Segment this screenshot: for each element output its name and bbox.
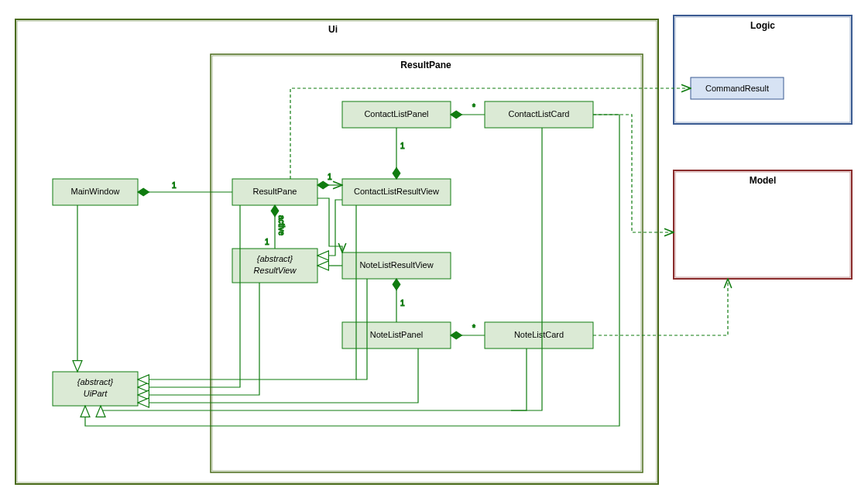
- svg-rect-1: [17, 21, 657, 482]
- class-resultview: {abstract} ResultView: [232, 249, 317, 283]
- svg-text:1: 1: [265, 238, 269, 246]
- svg-rect-7: [675, 172, 850, 277]
- svg-text:{abstract}: {abstract}: [257, 254, 293, 263]
- uml-diagram: Ui ResultPane Logic Model MainWindow Res…: [0, 0, 868, 491]
- svg-text:ResultPane: ResultPane: [253, 187, 297, 196]
- class-notelistcard: NoteListCard: [485, 322, 593, 349]
- svg-rect-4: [674, 15, 852, 124]
- svg-text:NoteListPanel: NoteListPanel: [370, 330, 424, 339]
- svg-text:ContactListPanel: ContactListPanel: [364, 109, 428, 118]
- svg-text:1: 1: [328, 173, 332, 181]
- class-contactlistresultview: ContactListResultView: [342, 179, 451, 205]
- svg-text:1: 1: [172, 181, 177, 190]
- svg-text:ContactListCard: ContactListCard: [509, 109, 570, 118]
- svg-text:NoteListResultView: NoteListResultView: [359, 260, 433, 270]
- package-ui-label: Ui: [328, 24, 338, 35]
- class-notelistresultview: NoteListResultView: [342, 252, 451, 279]
- class-contactlistcard: ContactListCard: [485, 101, 593, 128]
- class-contactlistpanel: ContactListPanel: [342, 101, 451, 128]
- class-notelistpanel: NoteListPanel: [342, 322, 451, 349]
- class-mainwindow: MainWindow: [53, 179, 138, 205]
- class-resultpane: ResultPane: [232, 179, 317, 205]
- svg-rect-5: [675, 17, 850, 122]
- svg-rect-0: [15, 19, 658, 484]
- package-logic: Logic: [674, 15, 852, 124]
- svg-text:ContactListResultView: ContactListResultView: [354, 187, 439, 196]
- class-commandresult: CommandResult: [691, 77, 784, 99]
- class-uipart: {abstract} UiPart: [53, 372, 138, 406]
- svg-text:*: *: [472, 324, 475, 332]
- svg-text:{abstract}: {abstract}: [77, 377, 114, 386]
- package-ui: Ui: [15, 19, 658, 484]
- svg-rect-6: [674, 170, 852, 279]
- svg-text:1: 1: [400, 299, 405, 307]
- svg-text:MainWindow: MainWindow: [71, 187, 120, 196]
- svg-text:NoteListCard: NoteListCard: [514, 330, 564, 339]
- svg-text:CommandResult: CommandResult: [705, 84, 769, 93]
- svg-text:active: active: [277, 215, 286, 236]
- package-model: Model: [674, 170, 852, 279]
- package-model-label: Model: [750, 175, 777, 186]
- svg-text:UiPart: UiPart: [84, 389, 108, 398]
- package-resultpane-label: ResultPane: [400, 60, 451, 70]
- svg-text:1: 1: [400, 142, 405, 150]
- svg-text:*: *: [472, 103, 475, 112]
- svg-text:ResultView: ResultView: [254, 266, 297, 275]
- package-logic-label: Logic: [750, 20, 775, 31]
